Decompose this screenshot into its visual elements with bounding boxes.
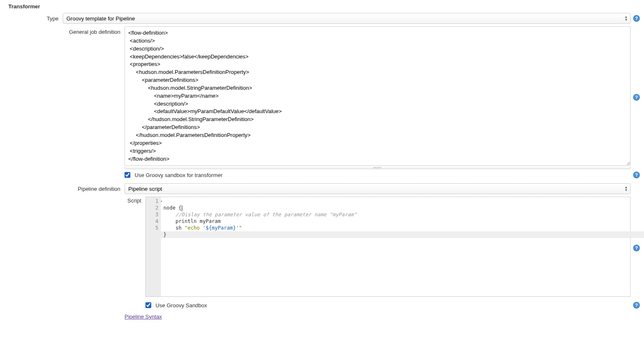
pipeline-def-row: Pipeline definition Pipeline script ▴▾ [4,183,640,194]
general-job-label: General job definition [4,26,125,35]
sandbox-transformer-checkbox[interactable] [125,172,130,178]
script-editor[interactable]: 1 2 3 4 5 node { //Dislay the parameter … [145,197,631,297]
section-header: Transformer [8,3,640,10]
type-label: Type [4,13,63,22]
help-icon[interactable]: ? [633,172,640,178]
help-icon[interactable]: ? [633,245,640,251]
general-job-textarea[interactable] [125,26,631,166]
pipeline-syntax-row: Pipeline Syntax [4,314,640,320]
type-select[interactable]: Groovy template for Pipeline [63,13,631,24]
general-job-row: General job definition ? Use Groovy sand… [4,26,640,181]
pipeline-def-label: Pipeline definition [4,183,125,192]
help-icon[interactable]: ? [633,302,640,309]
sandbox-script-label: Use Groovy Sandbox [155,302,207,309]
spacer [4,299,145,302]
resize-handle[interactable] [125,167,631,169]
editor-gutter: 1 2 3 4 5 [146,197,161,296]
pipeline-syntax-link[interactable]: Pipeline Syntax [125,314,162,320]
help-icon[interactable]: ? [633,15,640,22]
spacer [4,314,125,316]
editor-content[interactable]: node { //Dislay the parameter value of t… [161,197,630,296]
sandbox-script-row: Use Groovy Sandbox ? [4,299,640,311]
sandbox-script-checkbox[interactable] [145,302,151,308]
script-row: Script 1 2 3 4 5 node { //Dislay the par… [4,197,640,297]
pipeline-def-select[interactable]: Pipeline script [125,183,631,194]
help-icon[interactable]: ? [633,94,640,101]
script-label: Script [4,197,145,204]
sandbox-transformer-label: Use Groovy sandbox for transformer [135,172,222,178]
type-row: Type Groovy template for Pipeline ▴▾ ? [4,13,640,24]
